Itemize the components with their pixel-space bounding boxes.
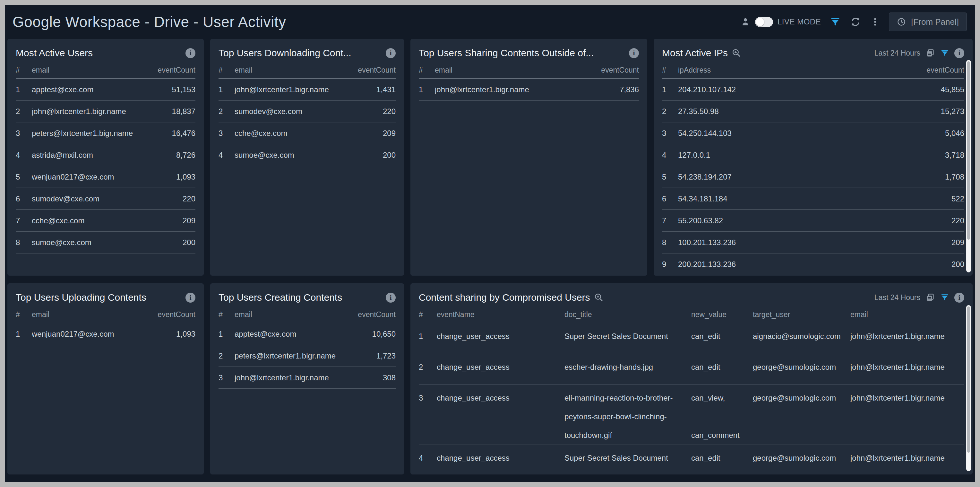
table-cell: sumoe@cxe.com	[32, 238, 147, 247]
table-row[interactable]: 1john@lxrtcenter1.bigr.name7,836	[419, 79, 639, 101]
table-row[interactable]: 9200.201.133.236200	[662, 254, 964, 275]
table-row[interactable]: 1john@lxrtcenter1.bigr.name1,431	[218, 79, 396, 101]
table-row[interactable]: 8100.201.133.236209	[662, 232, 964, 254]
user-icon[interactable]	[740, 17, 751, 27]
table-cell: 3	[419, 389, 437, 407]
table-row[interactable]: 3peters@lxrtcenter1.bigr.name16,476	[16, 122, 196, 144]
table-cell: 4	[16, 151, 32, 160]
table-header-cell: email	[435, 66, 591, 75]
table-row[interactable]: 2sumodev@cxe.com220	[218, 101, 396, 122]
panel-tools: Last 24 Hours i	[874, 293, 964, 303]
info-icon[interactable]: i	[386, 48, 396, 58]
table-cell: 1	[16, 85, 32, 94]
scrollbar[interactable]	[966, 60, 971, 272]
filter-icon[interactable]	[830, 16, 841, 27]
table-row[interactable]: 354.250.144.1035,046	[662, 122, 964, 144]
dashboard-header: Google Workspace - Drive - User Activity…	[5, 5, 975, 39]
table-cell: peters@lxrtcenter1.bigr.name	[32, 129, 147, 138]
table-cell: 4	[419, 449, 437, 468]
table-row[interactable]: 654.34.181.184522	[662, 188, 964, 210]
table-row[interactable]: 2change_user_accessescher-drawing-hands.…	[419, 354, 964, 385]
table-row[interactable]: 5wenjuan0217@cxe.com1,093	[16, 166, 196, 188]
table-cell: change_user_access	[437, 389, 565, 407]
table-row[interactable]: 6sumodev@cxe.com220	[16, 188, 196, 210]
table-cell: Super Secret Sales Document	[565, 327, 691, 346]
table-row[interactable]: 4sumoe@cxe.com200	[218, 144, 396, 166]
table-row[interactable]: 2peters@lxrtcenter1.bigr.name1,723	[218, 345, 396, 367]
info-icon[interactable]: i	[955, 48, 964, 58]
info-icon[interactable]: i	[186, 293, 196, 303]
table-cell: wenjuan0217@cxe.com	[32, 330, 147, 339]
toggle-knob	[756, 18, 764, 26]
table-row[interactable]: 1change_user_accessSuper Secret Sales Do…	[419, 323, 964, 354]
table-row[interactable]: 3john@lxrtcenter1.bigr.name308	[218, 367, 396, 389]
table-cell: 1	[218, 330, 235, 339]
table-cell: george@sumologic.com	[753, 389, 850, 407]
table-row[interactable]: 4astrida@mxil.com8,726	[16, 144, 196, 166]
info-icon[interactable]: i	[955, 293, 964, 303]
table-cell: cche@cxe.com	[235, 129, 347, 138]
table-row[interactable]: 2john@lxrtcenter1.bigr.name18,837	[16, 101, 196, 122]
time-range-badge: Last 24 Hours	[874, 293, 920, 302]
table-cell: 5,046	[916, 129, 964, 138]
scrollbar[interactable]	[966, 305, 971, 471]
time-range-selector[interactable]: [From Panel]	[889, 13, 967, 31]
table-header-cell: email	[32, 66, 147, 75]
table-cell: peters@lxrtcenter1.bigr.name	[235, 351, 347, 361]
table-cell: 1,431	[347, 85, 396, 94]
info-icon[interactable]: i	[386, 293, 396, 303]
zoom-in-icon[interactable]	[594, 293, 604, 302]
table: #emaileventCount1wenjuan0217@cxe.com1,09…	[16, 307, 196, 345]
panel-most-active-users: Most Active Users i #emaileventCount1app…	[7, 39, 204, 276]
table-row[interactable]: 227.35.50.9815,273	[662, 101, 964, 122]
table-cell: john@lxrtcenter1.bigr.name	[32, 107, 147, 116]
zoom-in-icon[interactable]	[732, 48, 741, 58]
table-row[interactable]: 1204.210.107.14245,855	[662, 79, 964, 101]
table-cell: can_edit	[691, 327, 753, 346]
filter-icon[interactable]	[940, 293, 949, 302]
table-header-cell: #	[419, 66, 435, 75]
copy-icon[interactable]	[926, 48, 935, 58]
table-row[interactable]: 4127.0.0.13,718	[662, 144, 964, 166]
table-row[interactable]: 554.238.194.2071,708	[662, 166, 964, 188]
table-row[interactable]: 1apptest@cxe.com10,650	[218, 323, 396, 345]
live-mode-group: LIVE MODE	[740, 17, 821, 27]
table-cell: escher-drawing-hands.jpg	[565, 358, 691, 377]
table-row[interactable]: 755.200.63.82220	[662, 210, 964, 232]
table-header-cell: email	[32, 310, 147, 319]
table-cell: 7,836	[591, 85, 639, 94]
refresh-icon[interactable]	[850, 16, 861, 28]
filter-icon[interactable]	[940, 48, 949, 57]
table-row[interactable]: 4change_user_accessSuper Secret Sales Do…	[419, 445, 964, 474]
table-cell: john@lxrtcenter1.bigr.name	[850, 449, 964, 468]
live-mode-toggle[interactable]	[755, 17, 773, 27]
table-cell: 127.0.0.1	[678, 151, 916, 160]
panel-title: Content sharing by Compromised Users	[419, 292, 590, 303]
table-cell: john@lxrtcenter1.bigr.name	[850, 358, 964, 377]
table-header-row: #emaileventCount	[16, 307, 196, 323]
table-cell: change_user_access	[437, 449, 565, 468]
table-header-cell: eventCount	[347, 310, 396, 319]
table-row[interactable]: 3change_user_accesseli-manning-reaction-…	[419, 385, 964, 445]
info-icon[interactable]: i	[186, 48, 196, 58]
table-row[interactable]: 1wenjuan0217@cxe.com1,093	[16, 323, 196, 345]
info-icon[interactable]: i	[629, 48, 639, 58]
table-cell: 5	[662, 172, 678, 182]
table-header-cell: #	[16, 66, 32, 75]
table-cell: george@sumologic.com	[753, 358, 850, 377]
table-row[interactable]: 7cche@cxe.com209	[16, 210, 196, 232]
table-cell: 2	[419, 358, 437, 377]
more-menu-icon[interactable]	[870, 16, 880, 27]
table-cell: 10,650	[347, 330, 396, 339]
table-row[interactable]: 3cche@cxe.com209	[218, 122, 396, 144]
table-cell: 2	[218, 107, 235, 116]
scrollbar-thumb[interactable]	[967, 61, 970, 240]
scrollbar-thumb[interactable]	[967, 307, 970, 453]
table-row[interactable]: 8sumoe@cxe.com200	[16, 232, 196, 254]
header-controls: LIVE MODE [From Panel]	[740, 13, 967, 31]
table-cell: 3	[218, 373, 235, 382]
table-cell: 27.35.50.98	[678, 107, 916, 116]
copy-icon[interactable]	[926, 293, 935, 302]
table-row[interactable]: 1apptest@cxe.com51,153	[16, 79, 196, 101]
table-header-cell: email	[850, 310, 964, 319]
